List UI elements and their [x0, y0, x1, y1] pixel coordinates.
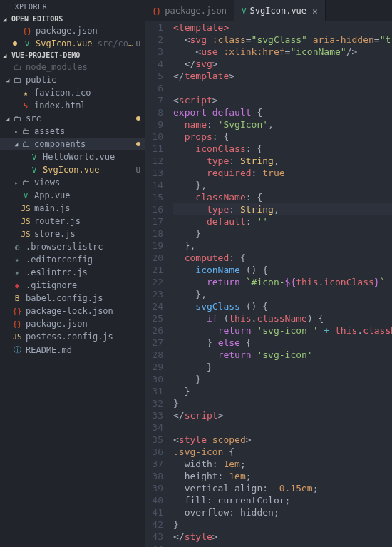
- editor-tab[interactable]: {}package.json: [145, 0, 234, 21]
- red-icon: ◆: [11, 281, 23, 290]
- close-icon[interactable]: ×: [312, 6, 318, 16]
- line-number: 23: [145, 288, 163, 300]
- code-line: <template>: [173, 21, 392, 34]
- code-line: iconClass: {: [173, 143, 392, 155]
- blue-icon: ⓘ: [11, 344, 23, 355]
- code-line: },: [173, 288, 392, 300]
- line-number: 32: [145, 397, 163, 409]
- explorer-title: EXPLORER: [0, 0, 145, 14]
- folder-item[interactable]: 🗀node_modules: [0, 61, 145, 73]
- folder-item[interactable]: ▸🗀views: [0, 176, 145, 189]
- file-item[interactable]: JSrouter.js: [0, 215, 145, 228]
- file-item[interactable]: Bbabel.config.js: [0, 292, 145, 305]
- code-line: },: [173, 179, 392, 191]
- file-item[interactable]: ★favicon.ico: [0, 86, 145, 99]
- file-item[interactable]: {}package.json: [0, 317, 145, 330]
- open-editor-item[interactable]: {}package.json: [0, 24, 145, 37]
- tree-label: .eslintrc.js: [26, 267, 145, 277]
- tree-label: package.json: [26, 319, 145, 329]
- code-line: height: 1em;: [173, 470, 392, 482]
- file-item[interactable]: JSmain.js: [0, 202, 145, 215]
- code-line: export default {: [173, 106, 392, 118]
- open-editors-section[interactable]: ◢ OPEN EDITORS: [0, 14, 145, 24]
- chevron-right-icon: ▸: [13, 128, 20, 135]
- folder-item[interactable]: ◢🗀public: [0, 73, 145, 86]
- json-icon: {}: [21, 26, 33, 36]
- tree-label: package-lock.json: [26, 306, 145, 316]
- tree-label: postcss.config.js: [26, 332, 145, 342]
- tree-label: SvgIcon.vue: [43, 165, 135, 175]
- tree-label: favicon.ico: [34, 88, 145, 98]
- line-number: 27: [145, 337, 163, 349]
- code-line: .svg-icon {: [173, 446, 392, 458]
- line-number: 40: [145, 494, 163, 506]
- line-number: 31: [145, 385, 163, 397]
- code-line: fill: currentColor;: [173, 494, 392, 506]
- file-item[interactable]: VHelloWorld.vue: [0, 150, 145, 163]
- code-line: overflow: hidden;: [173, 506, 392, 518]
- file-item[interactable]: ✦.editorconfig: [0, 253, 145, 266]
- file-item[interactable]: ◐.browserslistrc: [0, 240, 145, 253]
- folder-icon: 🗀: [11, 76, 23, 85]
- vcs-status: U: [135, 39, 145, 48]
- code-line: props: {: [173, 131, 392, 143]
- code-editor[interactable]: 1234567891011121314151617181920212223242…: [145, 21, 392, 547]
- file-item[interactable]: ✦.eslintrc.js: [0, 266, 145, 279]
- code-line: }: [173, 385, 392, 397]
- code-line: return 'svg-icon ' + this.className: [173, 324, 392, 337]
- js-icon: JS: [11, 332, 23, 342]
- tree-label: views: [34, 178, 145, 188]
- open-editors-label: OPEN EDITORS: [11, 15, 63, 23]
- editor-tabs: {}package.jsonVSvgIcon.vue×: [145, 0, 392, 21]
- file-item[interactable]: JSpostcss.config.js: [0, 330, 145, 343]
- json-icon: {}: [11, 307, 23, 316]
- code-line: </script>: [173, 409, 392, 421]
- folder-item[interactable]: ◢🗀src: [0, 112, 145, 125]
- code-line: width: 1em;: [173, 458, 392, 470]
- line-number: 29: [145, 361, 163, 373]
- modified-dot-icon: [136, 116, 140, 121]
- line-number: 28: [145, 349, 163, 361]
- file-label: SvgIcon.vue src/compo...: [36, 39, 135, 48]
- folder-item[interactable]: ▸🗀assets: [0, 125, 145, 138]
- tree-label: README.md: [26, 345, 145, 355]
- line-number: 41: [145, 506, 163, 518]
- line-number: 42: [145, 518, 163, 531]
- chevron-down-icon: ◢: [3, 16, 10, 23]
- vue-icon: V: [29, 153, 40, 162]
- line-number: 36: [145, 446, 163, 458]
- line-number: 22: [145, 276, 163, 288]
- file-item[interactable]: {}package-lock.json: [0, 305, 145, 317]
- code-line: }: [173, 397, 392, 409]
- file-label: package.json: [36, 26, 145, 36]
- file-item[interactable]: VApp.vue: [0, 189, 145, 202]
- code-line: <script>: [173, 94, 392, 106]
- tree-label: .editorconfig: [26, 255, 145, 265]
- code-line: return `#icon-${this.iconClass}`: [173, 276, 392, 288]
- file-item[interactable]: JSstore.js: [0, 228, 145, 240]
- line-number: 2: [145, 34, 163, 46]
- file-item[interactable]: ⓘREADME.md: [0, 343, 145, 357]
- folder-item[interactable]: ◢🗀components: [0, 138, 145, 150]
- gray-icon: ✦: [11, 268, 23, 277]
- vue-icon: V: [20, 191, 31, 200]
- code-line: [173, 82, 392, 94]
- tree-label: babel.config.js: [26, 293, 145, 303]
- file-item[interactable]: ◆.gitignore: [0, 279, 145, 292]
- line-number: 25: [145, 312, 163, 324]
- modified-dot-icon: [13, 41, 17, 46]
- code-line: svgClass () {: [173, 300, 392, 312]
- file-item[interactable]: VSvgIcon.vueU: [0, 163, 145, 176]
- editor-tab[interactable]: VSvgIcon.vue×: [234, 0, 326, 21]
- project-section[interactable]: ◢ VUE-PROJECT-DEMO: [0, 50, 145, 61]
- code-line: }: [173, 228, 392, 240]
- file-item[interactable]: 5index.html: [0, 99, 145, 112]
- html-icon: 5: [20, 101, 31, 111]
- editor-area: {}package.jsonVSvgIcon.vue× 123456789101…: [145, 0, 392, 547]
- open-editor-item[interactable]: VSvgIcon.vue src/compo...U: [0, 37, 145, 50]
- code-line: className: {: [173, 191, 392, 203]
- line-number: 26: [145, 324, 163, 337]
- code-line: <style scoped>: [173, 434, 392, 446]
- line-number: 10: [145, 131, 163, 143]
- vue-icon: V: [21, 39, 33, 48]
